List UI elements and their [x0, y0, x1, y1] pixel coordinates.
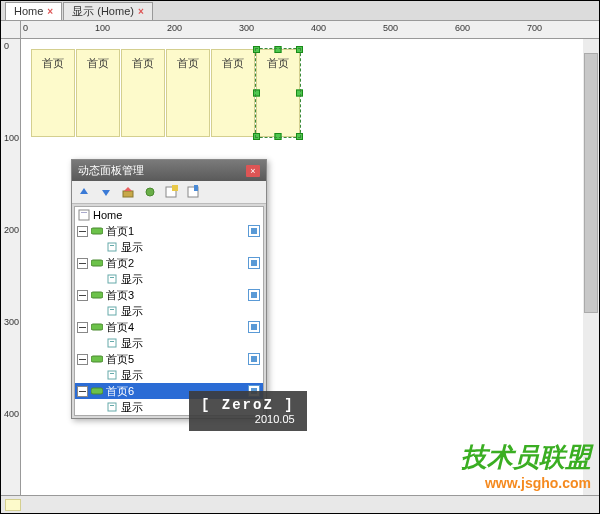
expander-icon[interactable] — [77, 258, 88, 269]
visibility-icon[interactable] — [247, 352, 261, 366]
resize-handle[interactable] — [296, 133, 303, 140]
svg-rect-33 — [251, 324, 257, 330]
widget-panel[interactable]: 首页 — [121, 49, 165, 137]
svg-rect-26 — [251, 292, 257, 298]
tree-label: 首页2 — [106, 256, 134, 271]
tab-home[interactable]: Home × — [5, 2, 62, 20]
scrollbar-thumb[interactable] — [584, 53, 598, 313]
state-icon — [90, 320, 104, 334]
ruler-tick: 100 — [95, 23, 110, 33]
tree-child[interactable]: 显示 — [75, 303, 263, 319]
state-icon — [90, 224, 104, 238]
ruler-vertical[interactable]: 0100200300400 — [1, 39, 21, 495]
visibility-icon[interactable] — [247, 288, 261, 302]
add-panel-icon[interactable] — [164, 184, 180, 200]
tree-label: 首页4 — [106, 320, 134, 335]
close-icon[interactable]: × — [138, 6, 144, 17]
author-overlay: [ ZeroZ ] 2010.05 — [189, 391, 307, 431]
svg-rect-7 — [81, 212, 87, 213]
widget-panel[interactable]: 首页 — [31, 49, 75, 137]
svg-rect-20 — [108, 275, 116, 283]
widget-label: 首页 — [267, 56, 289, 136]
svg-rect-42 — [110, 373, 114, 374]
tree-item[interactable]: 首页3 — [75, 287, 263, 303]
arrow-up-icon[interactable] — [76, 184, 92, 200]
expander-icon[interactable] — [77, 226, 88, 237]
tab-display[interactable]: 显示 (Home) × — [63, 2, 153, 20]
tab-label: Home — [14, 5, 43, 17]
tree-label: 显示 — [121, 400, 143, 415]
ruler-tick: 0 — [23, 23, 28, 33]
close-icon[interactable]: × — [47, 6, 53, 17]
expander-icon[interactable] — [77, 322, 88, 333]
svg-rect-6 — [79, 210, 89, 220]
resize-handle[interactable] — [296, 46, 303, 53]
ruler-tick: 300 — [239, 23, 254, 33]
visibility-icon[interactable] — [247, 320, 261, 334]
expander-icon[interactable] — [77, 354, 88, 365]
panel-titlebar[interactable]: 动态面板管理 × — [72, 160, 266, 181]
close-icon[interactable]: × — [246, 165, 260, 177]
tree-item[interactable]: 首页4 — [75, 319, 263, 335]
ruler-tick: 300 — [4, 317, 19, 327]
svg-rect-31 — [91, 324, 103, 330]
tree-label: 显示 — [121, 368, 143, 383]
svg-rect-21 — [110, 277, 114, 278]
tree-child[interactable]: 显示 — [75, 271, 263, 287]
widget-panel[interactable]: 首页 — [211, 49, 255, 137]
expander-icon[interactable] — [77, 386, 88, 397]
child-icon — [105, 400, 119, 414]
tree-child[interactable]: 显示 — [75, 335, 263, 351]
tab-label: 显示 (Home) — [72, 4, 134, 19]
dynamic-panel-manager[interactable]: 动态面板管理 × Home首页1显示首页2显示首页3显示首页4显示首页5显示首页… — [71, 159, 267, 419]
scrollbar-vertical[interactable] — [583, 39, 599, 495]
edit-icon[interactable] — [120, 184, 136, 200]
widget-label: 首页 — [42, 56, 64, 136]
tree-label: 显示 — [121, 240, 143, 255]
svg-rect-27 — [108, 307, 116, 315]
ruler-horizontal[interactable]: 0100200300400500600700 — [21, 21, 599, 39]
widget-panel[interactable]: 首页 — [256, 49, 300, 137]
tree-child[interactable]: 显示 — [75, 367, 263, 383]
widget-panel[interactable]: 首页 — [76, 49, 120, 137]
expander-icon[interactable] — [77, 290, 88, 301]
tree-label: 显示 — [121, 272, 143, 287]
ruler-corner — [1, 21, 21, 39]
state-icon — [90, 256, 104, 270]
tree-item[interactable]: 首页2 — [75, 255, 263, 271]
tree-child[interactable]: 显示 — [75, 239, 263, 255]
visibility-icon[interactable] — [247, 256, 261, 270]
child-icon — [105, 368, 119, 382]
child-icon — [105, 272, 119, 286]
svg-rect-45 — [91, 388, 103, 394]
status-swatch-icon — [5, 499, 21, 511]
watermark-title: 技术员联盟 — [461, 440, 591, 475]
tree-item[interactable]: 首页1 — [75, 223, 263, 239]
ruler-tick: 600 — [455, 23, 470, 33]
tree-item[interactable]: 首页5 — [75, 351, 263, 367]
tree-view[interactable]: Home首页1显示首页2显示首页3显示首页4显示首页5显示首页6显示 — [74, 206, 264, 416]
resize-handle[interactable] — [296, 90, 303, 97]
ruler-tick: 200 — [4, 225, 19, 235]
gear-icon[interactable] — [142, 184, 158, 200]
state-icon — [90, 288, 104, 302]
svg-rect-28 — [110, 309, 114, 310]
app-window: Home × 显示 (Home) × 010020030040050060070… — [0, 0, 600, 514]
canvas[interactable]: 首页首页首页首页首页首页 动态面板管理 × Home首页1显示首页2显示首页3显… — [21, 39, 599, 495]
overlay-title: [ ZeroZ ] — [201, 397, 295, 413]
svg-rect-24 — [91, 292, 103, 298]
visibility-icon[interactable] — [247, 224, 261, 238]
svg-rect-14 — [110, 245, 114, 246]
tree-label: 首页3 — [106, 288, 134, 303]
copy-panel-icon[interactable] — [186, 184, 202, 200]
tree-label: 首页5 — [106, 352, 134, 367]
resize-handle[interactable] — [275, 46, 282, 53]
tree-label: Home — [93, 209, 122, 221]
svg-rect-35 — [110, 341, 114, 342]
arrow-down-icon[interactable] — [98, 184, 114, 200]
child-icon — [105, 336, 119, 350]
widget-panel[interactable]: 首页 — [166, 49, 210, 137]
svg-rect-3 — [172, 185, 178, 191]
svg-rect-41 — [108, 371, 116, 379]
tree-root[interactable]: Home — [75, 207, 263, 223]
